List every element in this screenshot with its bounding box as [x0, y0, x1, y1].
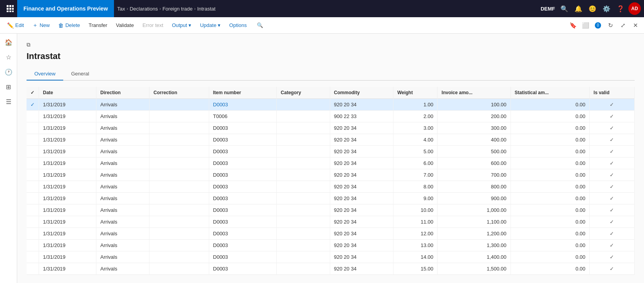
table-row[interactable]: 1/31/2019ArrivalsD0003920 20 344.00400.0… [27, 134, 635, 146]
svg-rect-5 [12, 8, 14, 10]
badge-icon[interactable]: 0 [592, 20, 603, 31]
close-icon[interactable]: ✕ [630, 20, 641, 31]
tab-general[interactable]: General [63, 68, 97, 81]
table-row[interactable]: 1/31/2019ArrivalsD0003920 20 349.00900.0… [27, 193, 635, 204]
col-category[interactable]: Category [277, 87, 330, 99]
cell-item-number: D0003 [209, 99, 277, 111]
refresh-icon[interactable]: ↻ [605, 20, 616, 31]
sidebar-star-icon[interactable]: ☆ [2, 50, 16, 64]
cell-stat-amt: 0.00 [511, 181, 589, 193]
table-row[interactable]: 1/31/2019ArrivalsD0003920 20 345.00500.0… [27, 146, 635, 158]
table-row[interactable]: 1/31/2019ArrivalsT0006900 22 332.00200.0… [27, 111, 635, 122]
row-checkbox[interactable] [27, 251, 39, 263]
filter-icon[interactable]: ⧉ [27, 41, 30, 48]
cell-weight: 13.00 [393, 240, 437, 251]
row-checkbox[interactable] [27, 193, 39, 204]
cell-is-valid: ✓ [589, 263, 634, 275]
output-button[interactable]: Output ▾ [168, 21, 195, 30]
sidebar-recent-icon[interactable]: 🕐 [2, 65, 16, 79]
svg-rect-6 [7, 11, 9, 12]
row-checkbox[interactable] [27, 111, 39, 122]
col-stat-amt[interactable]: Statistical am... [511, 87, 589, 99]
sidebar-home-icon[interactable]: 🏠 [2, 35, 16, 49]
panel-icon[interactable]: ⬜ [580, 20, 591, 31]
expand-icon[interactable]: ⤢ [617, 20, 628, 31]
validate-button[interactable]: Validate [112, 21, 138, 30]
cell-category [277, 204, 330, 216]
col-invoice-amt[interactable]: Invoice amo... [438, 87, 511, 99]
cell-commodity: 920 20 34 [330, 263, 393, 275]
col-direction[interactable]: Direction [96, 87, 149, 99]
col-date[interactable]: Date [39, 87, 96, 99]
cell-stat-amt: 0.00 [511, 134, 589, 146]
user-icon[interactable]: 😊 [586, 2, 599, 15]
edit-button[interactable]: ✏️ Edit [3, 21, 28, 30]
table-row[interactable]: 1/31/2019ArrivalsD0003920 20 3413.001,30… [27, 240, 635, 251]
cell-weight: 6.00 [393, 158, 437, 169]
cell-correction [149, 122, 209, 134]
avatar[interactable]: AD [628, 2, 641, 15]
cell-date: 1/31/2019 [39, 99, 96, 111]
row-checkbox[interactable] [27, 181, 39, 193]
select-all-checkbox[interactable]: ✓ [30, 90, 34, 95]
cell-commodity: 900 22 33 [330, 111, 393, 122]
tab-overview[interactable]: Overview [27, 68, 63, 81]
row-checkbox[interactable] [27, 169, 39, 181]
breadcrumb-declarations[interactable]: Declarations [130, 6, 158, 12]
breadcrumb-intrastat[interactable]: Intrastat [197, 6, 215, 12]
row-checkbox[interactable] [27, 240, 39, 251]
svg-rect-7 [9, 11, 11, 12]
cell-category [277, 228, 330, 240]
error-text-button[interactable]: Error text [139, 21, 167, 30]
table-row[interactable]: 1/31/2019ArrivalsD0003920 20 346.00600.0… [27, 158, 635, 169]
search-filter-button[interactable]: 🔍 [253, 21, 267, 30]
cell-invoice-amt: 100.00 [438, 99, 511, 111]
notification-icon[interactable]: 🔔 [572, 2, 585, 15]
row-checkbox[interactable] [27, 204, 39, 216]
col-commodity[interactable]: Commodity [330, 87, 393, 99]
transfer-button[interactable]: Transfer [85, 21, 111, 30]
breadcrumb-tax[interactable]: Tax [117, 6, 125, 12]
sidebar-list-icon[interactable]: ☰ [2, 95, 16, 109]
col-weight[interactable]: Weight [393, 87, 437, 99]
search-icon-topbar[interactable]: 🔍 [558, 2, 571, 15]
cell-date: 1/31/2019 [39, 134, 96, 146]
row-checkbox[interactable] [27, 146, 39, 158]
table-row[interactable]: 1/31/2019ArrivalsD0003920 20 3412.001,20… [27, 228, 635, 240]
new-button[interactable]: ＋ New [28, 20, 53, 30]
row-checkbox[interactable] [27, 122, 39, 134]
row-checkbox[interactable] [27, 134, 39, 146]
row-checkbox[interactable] [27, 263, 39, 275]
cell-weight: 4.00 [393, 134, 437, 146]
bookmark-icon[interactable]: 🔖 [568, 20, 578, 31]
delete-button[interactable]: 🗑 Delete [54, 21, 84, 30]
table-row[interactable]: 1/31/2019ArrivalsD0003920 20 343.00300.0… [27, 122, 635, 134]
table-row[interactable]: ✓1/31/2019ArrivalsD0003920 20 341.00100.… [27, 99, 635, 111]
table-row[interactable]: 1/31/2019ArrivalsD0003920 20 348.00800.0… [27, 181, 635, 193]
table-row[interactable]: 1/31/2019ArrivalsD0003920 20 347.00700.0… [27, 169, 635, 181]
cell-item-number: D0003 [209, 158, 277, 169]
table-row[interactable]: 1/31/2019ArrivalsD0003920 20 3415.001,50… [27, 263, 635, 275]
sidebar-grid-icon[interactable]: ⊞ [2, 80, 16, 94]
row-checkbox[interactable] [27, 158, 39, 169]
cell-category [277, 263, 330, 275]
col-is-valid[interactable]: Is valid [589, 87, 634, 99]
cell-weight: 14.00 [393, 251, 437, 263]
col-correction[interactable]: Correction [149, 87, 209, 99]
settings-icon[interactable]: ⚙️ [600, 2, 613, 15]
row-checkbox[interactable] [27, 228, 39, 240]
col-item-number[interactable]: Item number [209, 87, 277, 99]
options-button[interactable]: Options [225, 21, 251, 30]
table-row[interactable]: 1/31/2019ArrivalsD0003920 20 3410.001,00… [27, 204, 635, 216]
update-button[interactable]: Update ▾ [196, 21, 224, 30]
table-row[interactable]: 1/31/2019ArrivalsD0003920 20 3411.001,10… [27, 216, 635, 228]
row-checkbox[interactable] [27, 216, 39, 228]
apps-icon[interactable] [3, 0, 17, 17]
cell-weight: 2.00 [393, 111, 437, 122]
breadcrumb-foreign-trade[interactable]: Foreign trade [162, 6, 192, 12]
row-checkbox[interactable]: ✓ [27, 99, 39, 111]
cell-direction: Arrivals [96, 216, 149, 228]
help-icon[interactable]: ❓ [614, 2, 627, 15]
table-row[interactable]: 1/31/2019ArrivalsD0003920 20 3414.001,40… [27, 251, 635, 263]
cell-category [277, 240, 330, 251]
